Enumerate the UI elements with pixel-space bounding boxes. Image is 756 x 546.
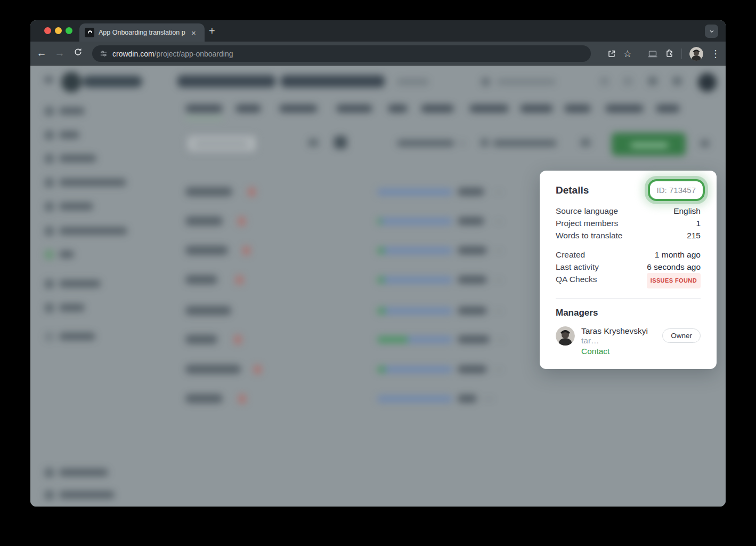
manager-name[interactable]: Taras Kryshevskyi tar… xyxy=(581,326,662,346)
url-path: /project/app-onboarding xyxy=(155,50,233,58)
stat-row: Project members 1 xyxy=(556,217,701,229)
browser-window: App Onboarding translation p × + ← → cro… xyxy=(30,20,726,507)
tab-tasks[interactable] xyxy=(388,105,408,113)
qa-checks-row: QA Checks ISSUES FOUND xyxy=(556,273,701,288)
extensions-puzzle-icon[interactable] xyxy=(665,49,674,58)
filter-dropdown[interactable] xyxy=(493,140,557,147)
crowdin-logo-text xyxy=(83,76,142,87)
bookmark-star-icon[interactable]: ☆ xyxy=(623,48,632,60)
site-settings-icon[interactable] xyxy=(100,50,108,58)
for-languages-dropdown[interactable] xyxy=(397,140,454,147)
search-placeholder xyxy=(497,79,556,85)
url-bar[interactable]: crowdin.com/project/app-onboarding xyxy=(92,45,591,62)
manager-handle: tar… xyxy=(581,336,599,345)
close-window-button[interactable] xyxy=(44,27,51,34)
contact-link[interactable]: Contact xyxy=(581,347,662,356)
project-id-text xyxy=(397,78,429,85)
url-domain: crowdin.com xyxy=(112,50,155,58)
user-avatar[interactable] xyxy=(698,73,717,92)
active-tab-underline xyxy=(185,117,223,119)
notifications-bell-icon[interactable] xyxy=(648,77,657,85)
stat-row: Source language English xyxy=(556,205,701,217)
tab-more[interactable] xyxy=(656,105,680,113)
zoom-window-button[interactable] xyxy=(66,27,72,34)
managers-title: Managers xyxy=(556,308,701,318)
tab-members[interactable] xyxy=(605,105,644,113)
tab-item[interactable] xyxy=(520,105,553,113)
sort-icon[interactable] xyxy=(308,139,318,147)
back-icon[interactable]: ← xyxy=(32,47,51,59)
filter-icon[interactable] xyxy=(481,139,489,147)
view-toggle-button[interactable] xyxy=(334,136,347,149)
manager-row: Taras Kryshevskyi tar… Contact Owner xyxy=(556,326,701,356)
sidebar-divider xyxy=(165,66,166,507)
qa-issues-badge[interactable]: ISSUES FOUND xyxy=(647,273,701,288)
chevron-down-icon xyxy=(460,141,465,146)
stat-row: Words to translate 215 xyxy=(556,229,701,242)
forward-icon[interactable]: → xyxy=(51,47,69,59)
breadcrumb-project-owner[interactable] xyxy=(177,75,275,87)
share-icon[interactable] xyxy=(607,50,616,58)
browser-toolbar: ← → crowdin.com/project/app-onboarding ☆ xyxy=(30,42,726,66)
toolbar-divider xyxy=(681,49,682,59)
primary-action-label xyxy=(631,143,668,148)
tab-strip: App Onboarding translation p × + xyxy=(30,20,726,42)
browser-tab[interactable]: App Onboarding translation p × xyxy=(79,23,205,42)
tab-translations[interactable] xyxy=(279,105,318,113)
project-id-badge: ID: 713457 xyxy=(648,179,705,201)
header-icon[interactable] xyxy=(624,77,632,85)
stat-row: Created 1 month ago xyxy=(556,248,701,261)
header-icon[interactable] xyxy=(600,77,608,85)
tab-title: App Onboarding translation p xyxy=(99,29,188,36)
tab-settings[interactable] xyxy=(564,105,591,113)
minimize-window-button[interactable] xyxy=(55,27,62,34)
tab-dashboard[interactable] xyxy=(185,105,223,113)
refresh-icon[interactable] xyxy=(69,47,87,59)
crowdin-favicon-icon xyxy=(85,28,94,37)
browser-menu-icon[interactable]: ⋮ xyxy=(711,48,720,60)
help-icon[interactable] xyxy=(673,77,681,85)
close-tab-icon[interactable]: × xyxy=(191,28,196,37)
details-panel: Details ID: 713457 Source language Engli… xyxy=(540,171,717,369)
sidebar-collapse-icon[interactable] xyxy=(44,76,53,83)
breadcrumb-project-name xyxy=(281,75,385,87)
manager-avatar[interactable] xyxy=(556,326,575,346)
search-icon[interactable] xyxy=(481,77,490,86)
owner-badge: Owner xyxy=(662,328,701,343)
overflow-icon[interactable] xyxy=(701,140,709,147)
url-text: crowdin.com/project/app-onboarding xyxy=(112,50,233,58)
crowdin-page: Details ID: 713457 Source language Engli… xyxy=(30,66,726,507)
project-id-badge-highlight: ID: 713457 xyxy=(648,179,705,201)
tab-integrations[interactable] xyxy=(469,105,509,113)
tab-conversations[interactable] xyxy=(336,105,372,113)
media-router-icon[interactable] xyxy=(648,50,657,58)
tab-reports[interactable] xyxy=(421,105,454,113)
crowdin-logo-icon xyxy=(61,72,82,92)
language-search-placeholder xyxy=(194,142,248,146)
panel-divider xyxy=(556,298,701,299)
new-tab-button[interactable]: + xyxy=(209,25,215,37)
tab-search-chevron-button[interactable] xyxy=(705,25,718,38)
settings-sliders-icon[interactable] xyxy=(581,139,590,147)
browser-profile-avatar[interactable] xyxy=(689,47,703,61)
tab-sources[interactable] xyxy=(235,105,261,113)
stat-row: Last activity 6 seconds ago xyxy=(556,261,701,273)
